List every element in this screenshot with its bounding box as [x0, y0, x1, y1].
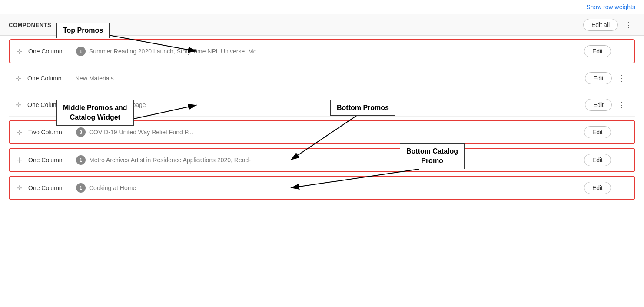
row-type: One Column	[28, 48, 76, 55]
edit-button[interactable]: Edit	[584, 154, 611, 166]
component-row-row3: ✛ One Column Catalog Swim: Homepage Edit…	[9, 93, 635, 117]
row-type: One Column	[27, 75, 75, 82]
row-content: 3 COVID-19 United Way Relief Fund P...	[76, 127, 584, 137]
drag-handle[interactable]: ✛	[17, 184, 22, 192]
badge: 1	[76, 47, 86, 56]
kebab-menu-icon[interactable]: ⋮	[622, 19, 635, 30]
components-header: COMPONENTS Edit all ⋮	[0, 14, 644, 36]
row-text: COVID-19 United Way Relief Fund P...	[89, 129, 193, 136]
edit-button[interactable]: Edit	[584, 45, 611, 57]
row-type: Two Column	[28, 129, 76, 136]
show-row-weights-link[interactable]: Show row weights	[586, 3, 635, 10]
drag-handle[interactable]: ✛	[17, 128, 22, 137]
row-content: Catalog Swim: Homepage	[75, 101, 585, 108]
component-row-row2: ✛ One Column New Materials Edit ⋮	[9, 67, 635, 90]
row-kebab-icon[interactable]: ⋮	[614, 127, 627, 138]
drag-handle[interactable]: ✛	[16, 101, 21, 109]
edit-button[interactable]: Edit	[585, 99, 612, 111]
row-actions: Edit ⋮	[584, 182, 627, 194]
row-content: 1 Cooking at Home	[76, 183, 584, 193]
row-kebab-icon[interactable]: ⋮	[614, 182, 627, 194]
row-type: One Column	[27, 101, 75, 108]
row-content: 1 Metro Archives Artist in Residence App…	[76, 155, 584, 165]
row-text: Cooking at Home	[89, 184, 136, 191]
row-type: One Column	[28, 157, 76, 164]
badge: 1	[76, 183, 86, 193]
badge: 1	[76, 155, 86, 165]
row-kebab-icon[interactable]: ⋮	[615, 73, 628, 84]
row-text: Catalog Swim: Homepage	[75, 101, 146, 108]
row-kebab-icon[interactable]: ⋮	[614, 154, 627, 166]
row-kebab-icon[interactable]: ⋮	[615, 99, 628, 110]
row-actions: Edit ⋮	[585, 99, 628, 111]
row-actions: Edit ⋮	[585, 72, 628, 84]
row-actions: Edit ⋮	[584, 45, 627, 57]
row-text: New Materials	[75, 75, 114, 82]
component-row-row1: ✛ One Column 1 Summer Reading 2020 Launc…	[9, 39, 635, 63]
component-row-row4: ✛ Two Column 3 COVID-19 United Way Relie…	[9, 120, 635, 144]
drag-handle[interactable]: ✛	[17, 156, 22, 164]
rows-container: ✛ One Column 1 Summer Reading 2020 Launc…	[0, 39, 644, 200]
drag-handle[interactable]: ✛	[16, 74, 21, 83]
component-row-row6: ✛ One Column 1 Cooking at Home Edit ⋮	[9, 176, 635, 200]
component-row-row5: ✛ One Column 1 Metro Archives Artist in …	[9, 148, 635, 172]
edit-button[interactable]: Edit	[584, 182, 611, 194]
row-actions: Edit ⋮	[584, 154, 627, 166]
row-type: One Column	[28, 184, 76, 191]
edit-button[interactable]: Edit	[585, 72, 612, 84]
drag-handle[interactable]: ✛	[17, 47, 22, 56]
top-bar: Show row weights	[0, 0, 644, 14]
header-right: Edit all ⋮	[583, 19, 635, 31]
row-content: 1 Summer Reading 2020 Launch, Story Time…	[76, 47, 584, 56]
row-actions: Edit ⋮	[584, 126, 627, 138]
row-content: New Materials	[75, 75, 585, 82]
row-text: Summer Reading 2020 Launch, Story Time N…	[89, 48, 256, 55]
edit-all-button[interactable]: Edit all	[583, 19, 618, 31]
row-kebab-icon[interactable]: ⋮	[614, 46, 627, 57]
badge: 3	[76, 127, 86, 137]
row-text: Metro Archives Artist in Residence Appli…	[89, 157, 251, 164]
page-wrapper: Show row weights COMPONENTS Edit all ⋮ ✛…	[0, 0, 644, 307]
edit-button[interactable]: Edit	[584, 126, 611, 138]
components-label: COMPONENTS	[9, 22, 51, 28]
